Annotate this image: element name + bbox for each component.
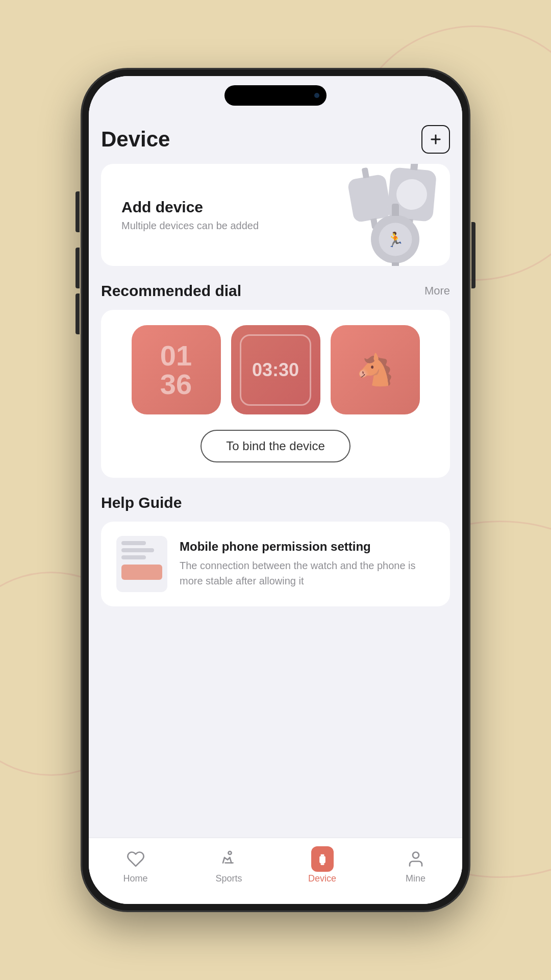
help-guide-card[interactable]: Mobile phone permission setting The conn… xyxy=(101,522,450,606)
bind-button-container: To bind the device xyxy=(116,430,435,462)
dials-row: 0136 03:30 🐴 xyxy=(116,325,435,414)
watch-3: 🏃 xyxy=(371,215,419,263)
svg-rect-3 xyxy=(319,856,325,863)
svg-rect-5 xyxy=(320,863,324,865)
nav-item-mine[interactable]: Mine xyxy=(385,848,446,884)
dial-2-time: 03:30 xyxy=(252,359,299,381)
help-img-line-3 xyxy=(121,555,146,559)
watch-2-face xyxy=(395,178,428,211)
home-label: Home xyxy=(123,873,147,884)
svg-point-6 xyxy=(413,852,419,859)
help-guide-text: Mobile phone permission setting The conn… xyxy=(180,540,435,589)
nav-item-home[interactable]: Home xyxy=(105,848,166,884)
dynamic-island xyxy=(224,85,327,106)
more-link[interactable]: More xyxy=(424,284,450,298)
recommended-dial-header: Recommended dial More xyxy=(101,278,450,310)
nav-item-device[interactable]: Device xyxy=(292,848,353,884)
device-icon-container xyxy=(311,846,334,872)
mine-icon xyxy=(405,848,427,870)
add-device-card[interactable]: Add device Multiple devices can be added… xyxy=(101,164,450,266)
add-device-text: Add device Multiple devices can be added xyxy=(121,199,259,232)
device-label: Device xyxy=(308,873,336,884)
help-guide-item-desc: The connection between the watch and the… xyxy=(180,558,435,589)
help-guide-item-title: Mobile phone permission setting xyxy=(180,540,435,554)
add-device-title: Add device xyxy=(121,199,259,216)
phone-frame: Device Add device Multiple devices can b… xyxy=(82,69,469,911)
watch-nav-icon xyxy=(315,852,330,866)
help-guide-title: Help Guide xyxy=(101,490,450,522)
sports-label: Sports xyxy=(215,873,242,884)
add-device-button[interactable] xyxy=(421,125,450,154)
dial-item-2[interactable]: 03:30 xyxy=(231,325,320,414)
watch-1 xyxy=(347,174,392,223)
page-title: Device xyxy=(101,127,170,152)
bottom-nav: Home Sports xyxy=(89,838,462,904)
watches-illustration: 🏃 xyxy=(297,169,440,266)
content-area: Device Add device Multiple devices can b… xyxy=(89,117,462,838)
device-icon xyxy=(311,848,334,870)
camera-dot xyxy=(314,93,319,98)
dial-1-text: 0136 xyxy=(160,341,192,399)
dial-item-3[interactable]: 🐴 xyxy=(331,325,420,414)
add-device-subtitle: Multiple devices can be added xyxy=(121,220,259,232)
help-img-highlight xyxy=(121,565,162,580)
page-header: Device xyxy=(101,117,450,164)
home-icon xyxy=(124,848,147,870)
help-img-line-2 xyxy=(121,548,154,552)
svg-rect-4 xyxy=(320,854,324,856)
nav-item-sports[interactable]: Sports xyxy=(198,848,260,884)
recommended-dial-title: Recommended dial xyxy=(101,282,241,300)
help-guide-section: Help Guide Mobile phone permission setti… xyxy=(101,490,450,606)
dial-2-inner: 03:30 xyxy=(240,334,311,406)
svg-point-2 xyxy=(228,851,231,854)
help-guide-image xyxy=(116,536,167,592)
mine-label: Mine xyxy=(406,873,425,884)
horse-icon: 🐴 xyxy=(356,352,394,388)
dial-item-1[interactable]: 0136 xyxy=(132,325,221,414)
runner-icon: 🏃 xyxy=(386,231,404,248)
watch-3-face: 🏃 xyxy=(379,223,412,256)
dial-card: 0136 03:30 🐴 To bind the device xyxy=(101,310,450,478)
bind-device-button[interactable]: To bind the device xyxy=(201,430,350,462)
sports-icon xyxy=(218,848,240,870)
plus-icon xyxy=(429,132,443,146)
help-img-line-1 xyxy=(121,541,146,545)
phone-screen: Device Add device Multiple devices can b… xyxy=(89,76,462,904)
